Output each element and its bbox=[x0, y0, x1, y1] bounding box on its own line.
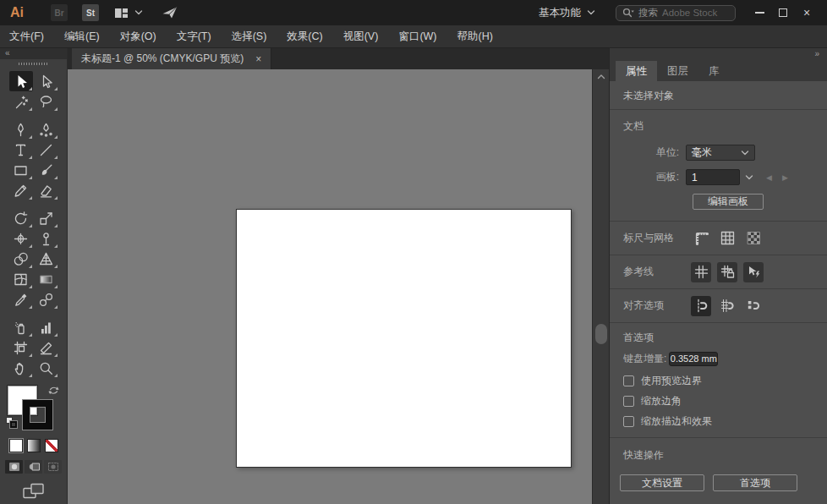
shape-builder-tool[interactable] bbox=[9, 249, 33, 269]
chevron-down-icon[interactable] bbox=[134, 9, 143, 16]
close-button[interactable]: × bbox=[795, 3, 819, 22]
tab-layers[interactable]: 图层 bbox=[657, 61, 698, 81]
grid-icon[interactable] bbox=[717, 228, 737, 249]
lock-guides-icon[interactable] bbox=[717, 262, 737, 282]
tab-libraries[interactable]: 库 bbox=[698, 61, 730, 81]
tab-properties[interactable]: 属性 bbox=[616, 61, 657, 81]
type-tool[interactable] bbox=[9, 140, 33, 160]
default-fill-stroke-icon[interactable] bbox=[6, 417, 19, 430]
app-logo: Ai bbox=[10, 5, 24, 20]
draw-normal-button[interactable] bbox=[5, 460, 23, 474]
pen-tool[interactable] bbox=[9, 119, 33, 140]
eyedropper-tool[interactable] bbox=[9, 289, 33, 310]
next-artboard-button[interactable]: ▶ bbox=[782, 173, 788, 182]
lasso-tool[interactable] bbox=[35, 91, 58, 112]
bridge-button[interactable]: Br bbox=[51, 4, 68, 21]
none-button[interactable] bbox=[45, 439, 58, 452]
column-graph-tool[interactable] bbox=[35, 317, 58, 337]
menu-effect[interactable]: 效果(C) bbox=[287, 30, 322, 44]
stock-button[interactable]: St bbox=[82, 4, 99, 21]
menu-help[interactable]: 帮助(H) bbox=[457, 30, 493, 44]
draw-behind-button[interactable] bbox=[25, 460, 42, 474]
scroll-up-arrow[interactable] bbox=[593, 69, 609, 80]
gradient-tool[interactable] bbox=[35, 269, 58, 289]
guides-icon[interactable] bbox=[691, 262, 711, 282]
collapse-toolbar-icon[interactable]: « bbox=[0, 48, 67, 59]
menu-edit[interactable]: 编辑(E) bbox=[64, 30, 100, 44]
canvas-area[interactable] bbox=[68, 69, 592, 504]
minimize-button[interactable] bbox=[748, 3, 771, 22]
scale-tool[interactable] bbox=[35, 208, 58, 228]
tab-close-icon[interactable]: × bbox=[255, 53, 261, 65]
document-setup-button[interactable]: 文档设置 bbox=[620, 474, 704, 491]
snap-point-icon[interactable] bbox=[691, 296, 711, 316]
paintbrush-tool[interactable] bbox=[35, 160, 58, 180]
maximize-button[interactable] bbox=[771, 3, 795, 22]
scrollbar-thumb[interactable] bbox=[595, 324, 607, 344]
curvature-tool[interactable] bbox=[35, 119, 58, 140]
artboard-tool[interactable] bbox=[9, 337, 33, 358]
guides-row: 参考线 bbox=[610, 255, 827, 289]
line-segment-tool[interactable] bbox=[35, 140, 58, 160]
document-tab[interactable]: 未标题-1 @ 50% (CMYK/GPU 预览) × bbox=[72, 48, 271, 69]
use-preview-bounds-checkbox[interactable] bbox=[623, 375, 634, 386]
prev-artboard-button[interactable]: ◀ bbox=[766, 173, 772, 182]
snap-options-row: 对齐选项 bbox=[610, 289, 827, 323]
blend-tool[interactable] bbox=[35, 289, 58, 310]
snap-pixel-icon[interactable] bbox=[743, 296, 764, 316]
smart-guides-icon[interactable] bbox=[743, 262, 764, 282]
eraser-tool[interactable] bbox=[35, 180, 58, 200]
vertical-scrollbar[interactable] bbox=[592, 69, 609, 504]
share-icon[interactable] bbox=[162, 6, 178, 19]
preferences-button[interactable]: 首选项 bbox=[713, 474, 797, 491]
ruler-icon[interactable] bbox=[691, 228, 711, 249]
quick-actions-section: 快速操作 文档设置 首选项 bbox=[610, 438, 827, 491]
edit-artboards-button[interactable]: 编辑画板 bbox=[693, 194, 764, 210]
collapse-panel-icon[interactable]: » bbox=[610, 48, 827, 61]
menu-window[interactable]: 窗口(W) bbox=[398, 30, 436, 44]
menu-object[interactable]: 对象(O) bbox=[120, 30, 156, 44]
menu-view[interactable]: 视图(V) bbox=[343, 30, 379, 44]
artboard-select[interactable]: 1 bbox=[686, 169, 740, 185]
menu-file[interactable]: 文件(F) bbox=[9, 30, 44, 44]
artboard[interactable] bbox=[236, 209, 572, 468]
scale-corners-checkbox[interactable] bbox=[623, 396, 634, 407]
change-screen-mode-button[interactable] bbox=[23, 483, 45, 500]
unit-select[interactable]: 毫米 bbox=[686, 145, 755, 161]
puppet-warp-tool[interactable] bbox=[35, 228, 58, 249]
symbol-sprayer-tool[interactable] bbox=[9, 317, 33, 337]
direct-selection-tool[interactable] bbox=[35, 71, 58, 91]
rectangle-tool[interactable] bbox=[9, 160, 33, 180]
magic-wand-tool[interactable] bbox=[9, 91, 33, 112]
workspace-layout-icon[interactable] bbox=[114, 8, 129, 19]
titlebar: Ai Br St 基本功能 搜索 Adobe Stock × bbox=[0, 0, 827, 25]
stroke-color-swatch[interactable] bbox=[23, 400, 52, 430]
mesh-tool[interactable] bbox=[9, 269, 33, 289]
menu-select[interactable]: 选择(S) bbox=[232, 30, 267, 44]
selection-tool[interactable] bbox=[9, 71, 33, 91]
width-tool[interactable] bbox=[9, 228, 33, 249]
slice-tool[interactable] bbox=[35, 337, 58, 358]
hand-tool[interactable] bbox=[9, 358, 33, 378]
workspace-switcher[interactable]: 基本功能 bbox=[539, 6, 581, 20]
perspective-grid-tool[interactable] bbox=[35, 249, 58, 269]
illustrator-window: Ai Br St 基本功能 搜索 Adobe Stock × 文件(F) 编辑(… bbox=[0, 0, 827, 504]
transparency-grid-icon[interactable] bbox=[743, 228, 764, 249]
zoom-tool[interactable] bbox=[35, 358, 58, 378]
color-button[interactable] bbox=[9, 439, 23, 452]
gradient-button[interactable] bbox=[27, 439, 41, 452]
artboard-value: 1 bbox=[692, 172, 698, 184]
draw-inside-button[interactable] bbox=[44, 460, 62, 474]
search-placeholder: Adobe Stock bbox=[662, 8, 717, 18]
snap-grid-icon[interactable] bbox=[717, 296, 737, 316]
swap-fill-stroke-icon[interactable] bbox=[48, 386, 59, 396]
scale-strokes-effects-checkbox[interactable] bbox=[623, 416, 634, 427]
menu-type[interactable]: 文字(T) bbox=[177, 30, 211, 44]
chevron-down-icon[interactable] bbox=[587, 9, 595, 16]
toolbar-grip[interactable] bbox=[0, 59, 67, 68]
chevron-down-icon[interactable] bbox=[745, 174, 753, 181]
shaper-tool[interactable] bbox=[9, 180, 33, 200]
rotate-tool[interactable] bbox=[9, 208, 33, 228]
stock-search-input[interactable]: 搜索 Adobe Stock bbox=[616, 5, 736, 21]
keyboard-increment-input[interactable]: 0.3528 mm bbox=[669, 352, 718, 366]
